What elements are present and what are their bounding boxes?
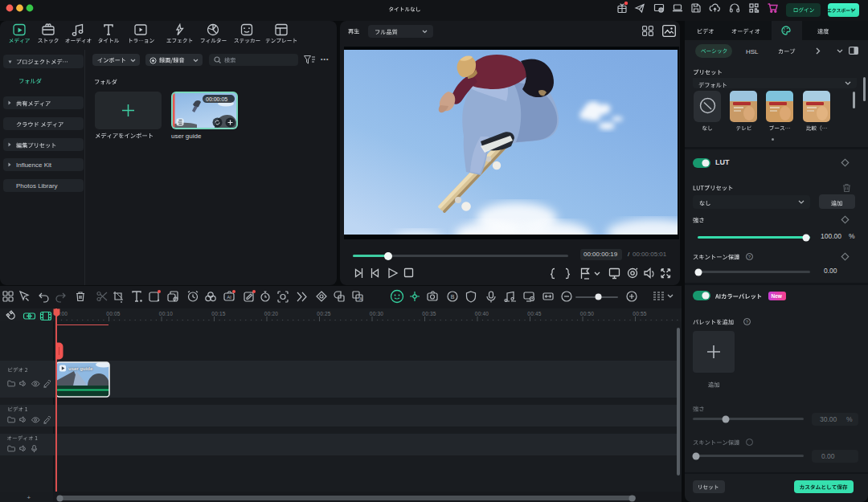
svg-text:?: ? (746, 320, 749, 324)
svg-text:AI: AI (227, 295, 231, 300)
svg-text:B: B (451, 294, 455, 300)
svg-text:A: A (359, 296, 362, 301)
svg-text:?: ? (748, 255, 751, 259)
